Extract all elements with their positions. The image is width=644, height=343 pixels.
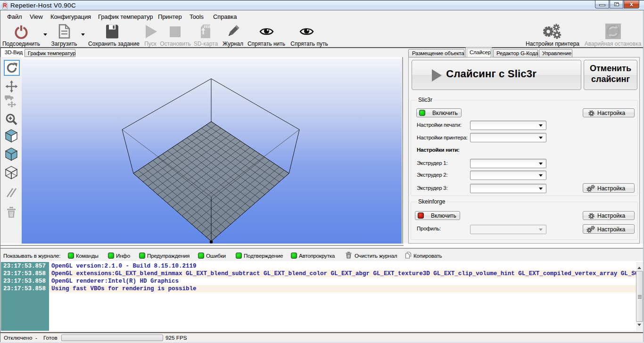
svg-text:R: R (3, 2, 7, 9)
